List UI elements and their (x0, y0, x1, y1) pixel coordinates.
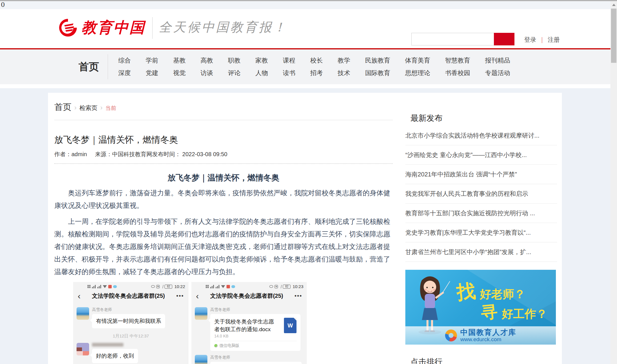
recruitment-ad-banner[interactable]: 找 好老师？ 寻 好工作？ 中国教育人才库 www.edurck.com (405, 270, 556, 345)
login-link[interactable]: 登录 (524, 36, 536, 43)
nav-item[interactable]: 家教 (255, 57, 268, 64)
nav-item[interactable]: 招考 (310, 69, 323, 77)
chat-header: ‹ 文法学院冬奥会志愿者群(25) ••• (191, 290, 307, 303)
nav-item[interactable]: 书香校园 (445, 69, 470, 77)
breadcrumb-current: 当前 (105, 104, 116, 112)
sender-name: 高雪冬老师 (210, 307, 301, 312)
nav-item[interactable]: 民族教育 (365, 57, 390, 64)
weather-icon (231, 285, 235, 288)
teacher-avatar (195, 355, 207, 364)
nav-home[interactable]: 首页 (79, 60, 99, 74)
latest-post-item[interactable]: 党史学习教育|东华理工大学党史学习教育以“... (405, 223, 557, 242)
nav-item[interactable]: 党建 (146, 69, 158, 77)
nav-item[interactable]: 职教 (228, 57, 241, 64)
word-doc-icon: W (284, 318, 297, 333)
search-button[interactable] (494, 33, 514, 45)
status-grid-icon (206, 285, 209, 288)
chat-message-content: 高雪冬老师关于我校冬奥会学生志愿者包联工作的通知.docxW14.0 KB微信电… (210, 307, 301, 351)
signal-icon (92, 285, 96, 288)
nav-item[interactable]: 基教 (173, 57, 186, 64)
nav-column: 民族教育国际教育 (358, 57, 398, 77)
nav-item[interactable]: 评论 (228, 69, 241, 77)
nav-item[interactable]: 视觉 (173, 69, 186, 77)
chat-bubble: 我相信咱们文法学院一定是最棒的。 (210, 362, 302, 364)
chat-messages: 高雪冬老师关于我校冬奥会学生志愿者包联工作的通知.docxW14.0 KB微信电… (191, 303, 307, 364)
page-top-remnant: 0 (0, 1, 617, 9)
latest-post-item[interactable]: 我党我军开创人民兵工教育事业的历程和启示 (405, 184, 557, 204)
file-name: 关于我校冬奥会学生志愿者包联工作的通知.docx (214, 318, 278, 333)
nav-item[interactable]: 深度 (118, 69, 131, 77)
register-link[interactable]: 注册 (548, 36, 560, 43)
nav-item[interactable]: 思想理论 (405, 69, 430, 77)
teacher-avatar (195, 307, 207, 320)
pubtime-value: 2022-03-08 09:50 (182, 151, 227, 157)
chat-bubble: 有情况第一时间先和我联系 (92, 314, 165, 328)
content-card: 首页 › 检索页 › 当前 放飞冬梦｜温情关怀，燃情冬奥 作者：admin来源：… (48, 93, 562, 364)
logo-text: 教育中国 (81, 18, 145, 38)
article-column: 首页 › 检索页 › 当前 放飞冬梦｜温情关怀，燃情冬奥 作者：admin来源：… (54, 93, 393, 364)
nav-column: 教学技术 (330, 57, 358, 77)
latest-post-item[interactable]: 甘肃省兰州市七里河区中小学“抱团”发展，扩... (405, 242, 557, 262)
chat-message-content: 高雪冬老师我相信咱们文法学院一定是最棒的。 (210, 355, 302, 364)
nav-column: 课程读书 (275, 57, 303, 77)
page-body: 首页 › 检索页 › 当前 放飞冬梦｜温情关怀，燃情冬奥 作者：admin来源：… (0, 88, 617, 364)
author-label: 作者： (54, 151, 71, 157)
back-icon: ‹ (196, 293, 199, 299)
site-logo[interactable]: 教育中国 (59, 18, 145, 38)
more-icon: ••• (176, 293, 184, 299)
latest-post-item[interactable]: 海南2021年中招政策出台 强调“十个严禁” (405, 165, 557, 184)
phone-status-bar: N 82 10:23 (191, 282, 307, 290)
ad-headline-2: 寻 好工作？ (481, 301, 547, 323)
latest-post-item[interactable]: 教育部等十五部门联合实施近视防控光明行动 ... (405, 204, 557, 223)
nav-item[interactable]: 综合 (118, 57, 131, 64)
ad-word-teacher: 好老师？ (480, 288, 525, 300)
wechat-pc-icon (214, 344, 218, 347)
nav-column: 综合深度 (111, 57, 138, 77)
status-time: 10:22 (174, 284, 185, 289)
nav-item[interactable]: 技术 (338, 69, 350, 77)
chat-bubble: 好的老师，收到 (92, 349, 138, 363)
nav-item[interactable]: 高教 (201, 57, 213, 64)
nav-column: 体育美育思想理论 (398, 57, 438, 77)
nav-column: 智慧教育书香校园 (438, 57, 478, 77)
nav-item[interactable]: 报刊精品 (485, 57, 510, 64)
logo-icon (59, 18, 77, 37)
ad-word-seek: 寻 (480, 300, 499, 324)
file-source: 微信电脑版 (214, 343, 297, 348)
nav-item[interactable]: 访谈 (201, 69, 213, 77)
nav-item[interactable]: 教学 (338, 57, 350, 64)
search-bar (411, 33, 514, 45)
breadcrumb-rule (54, 120, 393, 120)
chat-message: 高雪冬老师有情况第一时间先和我联系 (77, 307, 185, 328)
eye-icon (151, 285, 155, 288)
nav-item[interactable]: 读书 (283, 69, 295, 77)
meta-rule (54, 163, 393, 164)
scroll-up-icon[interactable] (612, 4, 616, 6)
nav-item[interactable]: 智慧教育 (445, 57, 470, 64)
latest-post-item[interactable]: “沙画绘党史 童心永向党”——江西中小学校... (405, 145, 557, 165)
latest-post-item[interactable]: 北京市小学综合实践活动特色学校课程观摩研讨... (405, 126, 557, 145)
chat-message-content: 好的老师，收到 (92, 343, 138, 363)
nav-item[interactable]: 校长 (310, 57, 323, 64)
breadcrumb-home[interactable]: 首页 (54, 101, 71, 113)
search-input[interactable] (411, 33, 494, 45)
ad-brand-url: www.edurck.com (460, 337, 516, 343)
nav-item[interactable]: 体育美育 (405, 57, 430, 64)
wechat-screenshot-right: N 82 10:23 ‹ 文法学院冬奥会志愿者群(25) ••• 高雪冬老师关于… (191, 282, 307, 364)
nav-item[interactable]: 国际教育 (365, 69, 390, 77)
nav-item[interactable]: 学前 (146, 57, 158, 64)
student-avatar (77, 343, 89, 355)
nav-column: 基教视觉 (166, 57, 193, 77)
nav-item[interactable]: 课程 (283, 57, 295, 64)
author-value: admin (71, 151, 87, 157)
chat-messages: 高雪冬老师有情况第一时间先和我联系1月12日 中午12:37好的老师，收到1月1… (73, 303, 189, 364)
breadcrumb-search-page[interactable]: 检索页 (79, 104, 97, 112)
scrollbar-thumb[interactable] (611, 9, 616, 63)
scrollbar[interactable] (610, 1, 617, 364)
file-main: 关于我校冬奥会学生志愿者包联工作的通知.docxW (214, 318, 297, 333)
main-nav: 首页 综合深度学前党建基教视觉高教访谈职教评论家教人物课程读书校长招考教学技术民… (0, 49, 617, 84)
nav-item[interactable]: 专题活动 (485, 69, 510, 77)
nav-item[interactable]: 人物 (255, 69, 268, 77)
nav-column: 报刊精品专题活动 (478, 57, 518, 77)
latest-posts-title: 最新发布 (405, 113, 557, 124)
